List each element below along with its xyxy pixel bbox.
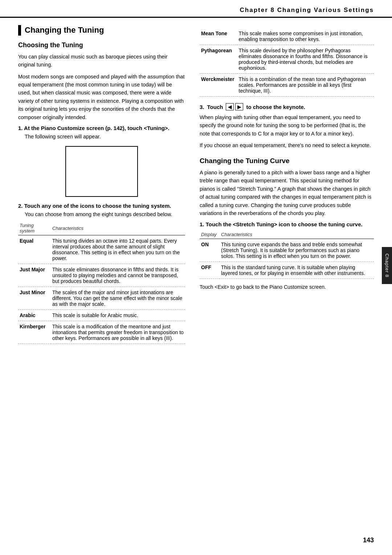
- right-column: Mean Tone This scale makes some compromi…: [196, 25, 374, 344]
- step-3-body-2: If you choose an equal temperament, ther…: [200, 141, 374, 149]
- step-1-text: 1. At the Piano Customize screen (p. 142…: [18, 125, 185, 131]
- tuning-name: Arabic: [18, 310, 51, 321]
- tuning-name: Mean Tone: [200, 28, 237, 45]
- changing-curve-title: Changing the Tuning Curve: [200, 157, 374, 165]
- main-section-title: Changing the Tuning: [18, 25, 185, 36]
- tuning-desc: This scale makes some compromises in jus…: [237, 28, 374, 45]
- page-header: Chapter 8 Changing Various Settings: [0, 0, 392, 18]
- table-row: Mean Tone This scale makes some compromi…: [200, 28, 374, 45]
- tuning-name: Equal: [18, 235, 51, 264]
- display-col2-header: Characteristics: [220, 231, 374, 239]
- intro-text-1: You can play classical music such as bar…: [18, 53, 185, 69]
- chapter-title: Chapter 8 Changing Various Settings: [240, 7, 374, 14]
- display-name: OFF: [200, 262, 220, 279]
- table-row: Werckmeister This is a combination of th…: [200, 74, 374, 97]
- tuning-desc: This scale is a modification of the mean…: [51, 321, 185, 344]
- step-2: 2. Touch any one of the icons to choose …: [18, 203, 185, 218]
- curve-body-1: A piano is generally tuned to a pitch wi…: [200, 169, 374, 218]
- tuning-table: Tuning system Characteristics Equal This…: [18, 222, 185, 344]
- tuning-col2-header: Characteristics: [51, 222, 185, 235]
- step-3-line: 3. Touch ◀ ▶ to choose the keynote.: [200, 103, 374, 110]
- step-3: 3. Touch ◀ ▶ to choose the keynote. When…: [200, 103, 374, 150]
- tuning-name: Just Minor: [18, 287, 51, 310]
- table-row: Kirnberger This scale is a modification …: [18, 321, 185, 344]
- step-3-suffix: to choose the keynote.: [246, 104, 305, 110]
- curve-step-1-text: 1. Touch the <Stretch Tuning> icon to ch…: [200, 221, 374, 227]
- content-area: Changing the Tuning Choosing the Tuning …: [0, 18, 392, 344]
- tuning-desc: This scale is suitable for Arabic music.: [51, 310, 185, 321]
- right-arrow-icon[interactable]: ▶: [235, 103, 243, 110]
- table-row: ON This tuning curve expands the bass an…: [200, 239, 374, 262]
- step-2-text: 2. Touch any one of the icons to choose …: [18, 203, 185, 209]
- table-row: Pythagorean This scale devised by the ph…: [200, 45, 374, 74]
- step-3-body-1: When playing with tuning other than equa…: [200, 113, 374, 138]
- tuning-name: Pythagorean: [200, 45, 237, 74]
- tuning-name: Kirnberger: [18, 321, 51, 344]
- left-arrow-icon[interactable]: ◀: [226, 103, 234, 110]
- page-number: 143: [363, 536, 374, 544]
- step-3-number: 3.: [200, 104, 204, 110]
- display-table-header: Display Characteristics: [200, 231, 374, 239]
- tuning-desc: The scales of the major and minor just i…: [51, 287, 185, 310]
- screen-placeholder: [65, 146, 138, 197]
- step-1-sub: The following screen will appear.: [25, 133, 185, 141]
- table-row: OFF This is the standard tuning curve. I…: [200, 262, 374, 279]
- curve-step-1: 1. Touch the <Stretch Tuning> icon to ch…: [200, 221, 374, 227]
- tuning-name: Just Major: [18, 264, 51, 287]
- left-column: Changing the Tuning Choosing the Tuning …: [18, 25, 196, 344]
- touch-label: Touch: [207, 104, 223, 110]
- table-row: Equal This tuning divides an octave into…: [18, 235, 185, 264]
- tuning-desc: This is a combination of the mean tone a…: [237, 74, 374, 97]
- footer-note: Touch <Exit> to go back to the Piano Cus…: [200, 284, 374, 290]
- tuning-name: Werckmeister: [200, 74, 237, 97]
- display-col1-header: Display: [200, 231, 220, 239]
- intro-text-2: Most modern songs are composed and playe…: [18, 73, 185, 122]
- display-table: Display Characteristics ON This tuning c…: [200, 231, 374, 279]
- right-tuning-table: Mean Tone This scale makes some compromi…: [200, 28, 374, 97]
- table-row: Just Minor The scales of the major and m…: [18, 287, 185, 310]
- display-desc: This tuning curve expands the bass and t…: [220, 239, 374, 262]
- chapter-tab: Chapter 8: [382, 247, 392, 284]
- tuning-col1-header: Tuning system: [18, 222, 51, 235]
- tuning-desc: This scale eliminates dissonance in fift…: [51, 264, 185, 287]
- table-row: Just Major This scale eliminates dissona…: [18, 264, 185, 287]
- display-name: ON: [200, 239, 220, 262]
- display-desc: This is the standard tuning curve. It is…: [220, 262, 374, 279]
- tuning-desc: This tuning divides an octave into 12 eq…: [51, 235, 185, 264]
- table-row: Arabic This scale is suitable for Arabic…: [18, 310, 185, 321]
- step-2-sub: You can choose from among the eight tuni…: [25, 210, 185, 218]
- page-container: Chapter 8 Changing Various Settings Chap…: [0, 0, 392, 555]
- tuning-table-header: Tuning system Characteristics: [18, 222, 185, 235]
- step-1: 1. At the Piano Customize screen (p. 142…: [18, 125, 185, 141]
- choosing-tuning-title: Choosing the Tuning: [18, 41, 185, 49]
- tuning-desc: This scale devised by the philosopher Py…: [237, 45, 374, 74]
